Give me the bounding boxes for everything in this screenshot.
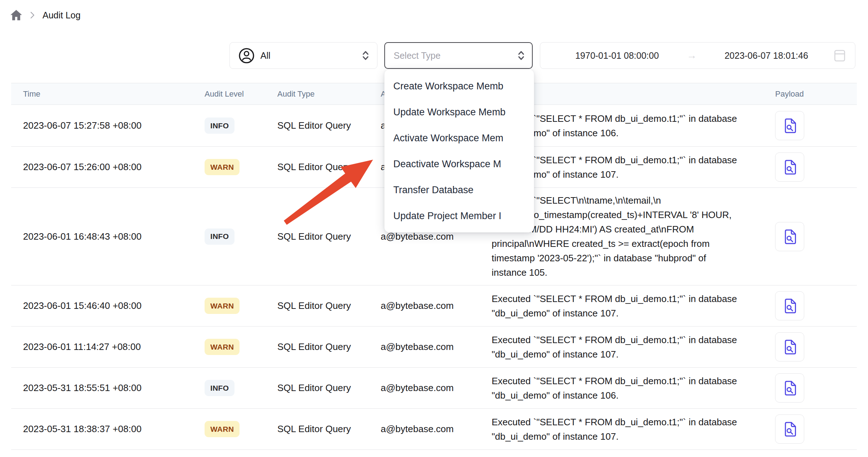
filter-bar: All Select Type 1970-01-01 08:00:00 → 20… — [0, 42, 868, 69]
menu-item-update-workspace-membership[interactable]: Update Workspace Memb — [385, 99, 534, 125]
row-comment: Executed `"SELECT * FROM db_ui_demo.t1;"… — [492, 292, 753, 320]
audit-level-badge: WARN — [205, 421, 240, 437]
payload-button[interactable] — [775, 291, 804, 320]
page-title: Audit Log — [42, 10, 81, 21]
menu-item-deactivate-workspace-member[interactable]: Deactivate Workspace M — [385, 151, 534, 177]
payload-button[interactable] — [775, 222, 804, 251]
row-time: 2023-06-01 11:14:27 +08:00 — [11, 341, 193, 352]
row-audit-type: SQL Editor Query — [266, 161, 370, 173]
payload-button[interactable] — [775, 332, 804, 361]
audit-level-badge: WARN — [205, 339, 240, 355]
payload-button[interactable] — [775, 111, 804, 140]
payload-button[interactable] — [775, 414, 804, 444]
date-range-picker[interactable]: 1970-01-01 08:00:00 → 2023-06-07 18:01:4… — [540, 42, 855, 69]
row-audit-type: SQL Editor Query — [266, 341, 370, 352]
header-time: Time — [11, 89, 193, 99]
row-time: 2023-06-07 15:27:58 +08:00 — [11, 120, 193, 131]
audit-level-badge: WARN — [205, 298, 240, 314]
header-type: Audit Type — [266, 89, 370, 99]
audit-level-badge: INFO — [205, 117, 234, 134]
table-row: 2023-06-01 11:14:27 +08:00 WARN SQL Edit… — [11, 327, 857, 368]
audit-level-badge: INFO — [205, 380, 234, 396]
audit-level-badge: INFO — [205, 228, 234, 245]
menu-item-transfer-database[interactable]: Transfer Database — [385, 177, 534, 203]
row-actor: a@bytebase.com — [370, 423, 480, 435]
type-filter-placeholder: Select Type — [394, 50, 512, 61]
row-time: 2023-06-01 16:48:43 +08:00 — [11, 231, 193, 242]
row-time: 2023-06-01 15:46:40 +08:00 — [11, 300, 193, 311]
header-payload: Payload — [760, 89, 846, 99]
row-comment: Executed `"SELECT * FROM db_ui_demo.t1;"… — [492, 415, 753, 444]
arrow-right-icon: → — [685, 50, 699, 61]
payload-button[interactable] — [775, 373, 804, 403]
row-time: 2023-06-07 15:26:00 +08:00 — [11, 161, 193, 173]
row-actor: a@bytebase.com — [370, 341, 480, 352]
row-audit-type: SQL Editor Query — [266, 120, 370, 131]
audit-log-page: Audit Log All Select Type 1970-01 — [0, 0, 868, 457]
type-filter-select[interactable]: Select Type — [384, 42, 533, 69]
row-comment: Executed `"SELECT * FROM db_ui_demo.t1;"… — [492, 374, 753, 403]
menu-item-activate-workspace-member[interactable]: Activate Workspace Mem — [385, 125, 534, 151]
menu-item-update-project-member[interactable]: Update Project Member I — [385, 203, 534, 229]
row-actor: a@bytebase.com — [370, 382, 480, 394]
payload-button[interactable] — [775, 152, 804, 182]
calendar-icon[interactable] — [834, 49, 846, 63]
breadcrumb: Audit Log — [10, 9, 81, 21]
chevron-up-down-icon — [518, 50, 525, 61]
row-time: 2023-05-31 18:55:51 +08:00 — [11, 382, 193, 394]
home-icon[interactable] — [10, 9, 22, 21]
actor-filter-value: All — [260, 50, 356, 61]
row-actor: a@bytebase.com — [370, 300, 480, 311]
breadcrumb-chevron-icon — [30, 11, 35, 19]
audit-level-badge: WARN — [205, 159, 240, 175]
table-row: 2023-05-31 18:38:37 +08:00 WARN SQL Edit… — [11, 409, 857, 450]
row-audit-type: SQL Editor Query — [266, 231, 370, 242]
row-audit-type: SQL Editor Query — [266, 423, 370, 435]
table-row: 2023-06-01 15:46:40 +08:00 WARN SQL Edit… — [11, 285, 857, 327]
header-level: Audit Level — [193, 89, 266, 99]
row-actor: a@bytebase.com — [370, 231, 480, 242]
date-range-end: 2023-06-07 18:01:46 — [699, 50, 834, 61]
actor-filter-select[interactable]: All — [229, 42, 377, 69]
row-audit-type: SQL Editor Query — [266, 382, 370, 394]
table-row: 2023-05-31 18:55:51 +08:00 INFO SQL Edit… — [11, 368, 857, 409]
row-time: 2023-05-31 18:38:37 +08:00 — [11, 423, 193, 435]
row-audit-type: SQL Editor Query — [266, 300, 370, 311]
row-comment: Executed `"SELECT * FROM db_ui_demo.t1;"… — [492, 333, 753, 361]
type-dropdown-menu: Create Workspace Memb Update Workspace M… — [384, 69, 534, 232]
date-range-start: 1970-01-01 08:00:00 — [550, 50, 685, 61]
menu-item-create-workspace-membership[interactable]: Create Workspace Memb — [385, 73, 534, 99]
person-circle-icon — [238, 48, 255, 64]
chevron-up-down-icon — [362, 50, 369, 61]
